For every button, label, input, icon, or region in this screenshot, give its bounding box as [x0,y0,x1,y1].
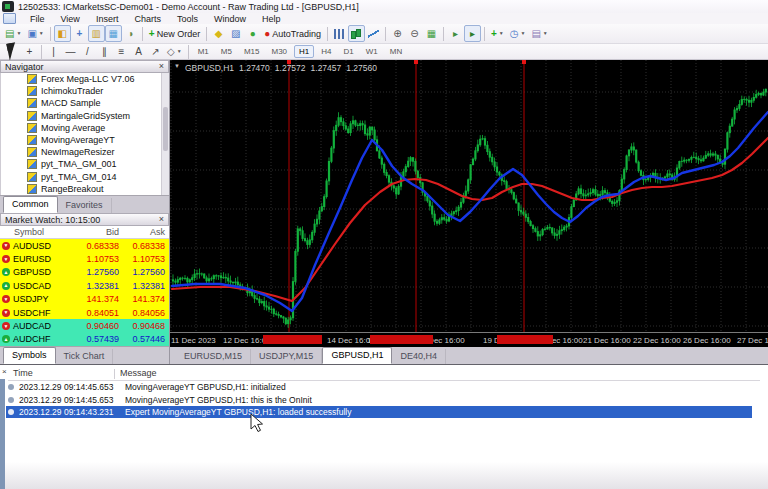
market-watch-close-icon[interactable]: × [159,215,164,224]
navigator-item[interactable]: pyt_TMA_GM_001 [1,158,169,170]
chart-window-button[interactable]: ▨ [227,25,244,42]
data-window-button[interactable]: + [71,25,88,42]
timeframe-w1[interactable]: W1 [361,45,383,58]
chart-window[interactable]: ▼ GBPUSD,H1 1.27470 1.27572 1.27457 1.27… [170,60,768,364]
menu-file[interactable]: File [22,14,53,24]
menu-window[interactable]: Window [206,14,254,24]
market-watch-row[interactable]: ▲AUDCHF0.574390.57446 [0,333,169,346]
market-watch-row[interactable]: ▼AUDUSD0.683380.68338 [0,239,169,252]
toolbar-separator [206,27,207,41]
market-watch-tab-tick-chart[interactable]: Tick Chart [56,349,114,364]
terminal-close-icon[interactable]: × [2,368,7,376]
timeframe-h4[interactable]: H4 [316,45,336,58]
navigator-item[interactable]: NewImageResizer [1,146,169,158]
chart-tab-de40-h4[interactable]: DE40,H4 [392,349,446,364]
strategy-tester-button[interactable]: ◑ [122,25,139,42]
timeframe-mn[interactable]: MN [385,45,407,58]
timeframe-m1[interactable]: M1 [193,45,214,58]
candlestick-chart[interactable] [170,60,768,332]
navigator-item[interactable]: pyt_TMA_GM_014 [1,171,169,183]
new-order-icon: + [149,29,155,39]
chart-tab-usdjpy-m15[interactable]: USDJPY,M15 [251,349,322,364]
channel-tool-button[interactable]: ∥ [96,43,113,60]
menu-insert[interactable]: Insert [88,14,127,24]
crosshair-tool-button[interactable]: + [21,43,38,60]
arrows-tool-button[interactable]: ↗ [147,43,164,60]
terminal-log-row[interactable]: 2023.12.29 09:14:45.653MovingAverageYT G… [6,381,752,393]
profiles-button[interactable]: ▣▼ [24,25,46,42]
horizontal-line-tool-button[interactable]: — [62,43,79,60]
terminal-column-time: Time [13,368,33,378]
navigator-scrollbar[interactable] [161,73,169,195]
navigator-item[interactable]: MartingaleGridSystem [1,110,169,122]
market-watch-row[interactable]: ▼EURUSD1.107531.10753 [0,252,169,265]
new-order-button[interactable]: +New Order [146,25,203,42]
tile-windows-button[interactable]: ▦ [423,25,440,42]
fibonacci-tool-button[interactable]: ≡ [113,43,130,60]
terminal-button[interactable]: ▦ [105,25,122,42]
candle-chart-button[interactable] [348,25,365,42]
standard-toolbar: ▤▼▣▼◧+▥▦◑+New Order◆▨●●AutoTrading⊕⊖▦▸▸+… [0,24,768,44]
periods-button[interactable]: ◷▼ [507,25,529,42]
terminal-columns-header: TimeMessage [8,368,760,381]
auto-scroll-button[interactable]: ▸ [464,25,481,42]
chart-high: 1.27572 [275,63,306,73]
zoom-out-button[interactable]: ⊖ [406,25,423,42]
chart-tab-gbpusd-h1[interactable]: GBPUSD,H1 [322,347,392,364]
navigator-item[interactable]: RangeBreakout [1,183,169,195]
menu-charts[interactable]: Charts [126,14,169,24]
chart-shift-button[interactable]: ▸ [447,25,464,42]
timeframe-m5[interactable]: M5 [216,45,237,58]
menu-tools[interactable]: Tools [169,14,206,24]
navigator-close-icon[interactable]: × [159,62,164,71]
timeframe-d1[interactable]: D1 [339,45,359,58]
timeframe-m15[interactable]: M15 [239,45,265,58]
zoom-in-button[interactable]: ⊕ [389,25,406,42]
axis-time-label: 21 Dec 16:00 [583,336,631,345]
navigator-tab-favorites[interactable]: Favorites [58,198,112,213]
terminal-log-row[interactable]: 2023.12.29 09:14:43.231Expert MovingAver… [6,406,752,418]
new-chart-button[interactable]: ▤▼ [2,25,24,42]
navigator-item[interactable]: IchimokuTrader [1,85,169,97]
bar-chart-button[interactable] [331,25,348,42]
market-watch-tab-symbols[interactable]: Symbols [3,347,56,364]
market-watch-row[interactable]: ▲USDCAD1.323811.32381 [0,279,169,292]
chart-tab-eurusd-m15[interactable]: EURUSD,M15 [176,349,251,364]
timeframe-m30[interactable]: M30 [266,45,292,58]
globe-icon: ● [250,29,256,39]
toolbar-separator [327,27,328,41]
chart-low: 1.27457 [311,63,342,73]
indicators-button[interactable]: +▼ [488,25,507,42]
chart-dropdown-icon[interactable]: ▼ [174,63,180,73]
navigator-item[interactable]: Forex Mega-LLC V7.06 [1,73,169,85]
navigator-item[interactable]: MACD Sample [1,97,169,109]
terminal-log-row[interactable]: 2023.12.29 09:14:45.653MovingAverageYT G… [6,393,752,405]
menu-help[interactable]: Help [254,14,289,24]
metaeditor-button[interactable]: ◆ [210,25,227,42]
market-watch-row[interactable]: ▼USDJPY141.374141.374 [0,293,169,306]
market-watch-button[interactable]: ◧ [54,25,71,42]
navigator-tab-common[interactable]: Common [3,196,58,213]
arrow-down-icon: ▼ [2,242,10,250]
text-tool-button[interactable]: A [130,43,147,60]
shapes-tool-button[interactable]: ◇▼ [164,43,185,60]
autotrading-button[interactable]: ●AutoTrading [261,25,324,42]
market-watch-row[interactable]: ▼USDCHF0.840510.84056 [0,306,169,319]
templates-button[interactable]: ▤▼ [528,25,550,42]
symbol-name: AUDUSD [13,241,51,251]
cursor-tool-button[interactable] [4,43,21,60]
navigator-button[interactable]: ▥ [88,25,105,42]
menu-view[interactable]: View [53,14,88,24]
market-watch-row[interactable]: ▼AUDCAD0.904600.90468 [0,319,169,332]
bid-value: 0.68338 [71,241,119,251]
line-chart-button[interactable] [365,25,382,42]
timeframe-h1[interactable]: H1 [294,45,314,58]
text-tool-icon: A [135,47,142,57]
log-message: MovingAverageYT GBPUSD,H1: initialized [117,382,286,392]
navigator-item[interactable]: Moving Average [1,122,169,134]
trendline-tool-button[interactable]: / [79,43,96,60]
vertical-line-tool-button[interactable]: | [45,43,62,60]
fullscreen-button[interactable]: ● [244,25,261,42]
navigator-item[interactable]: MovingAverageYT [1,134,169,146]
market-watch-row[interactable]: ▲GBPUSD1.275601.27560 [0,266,169,279]
